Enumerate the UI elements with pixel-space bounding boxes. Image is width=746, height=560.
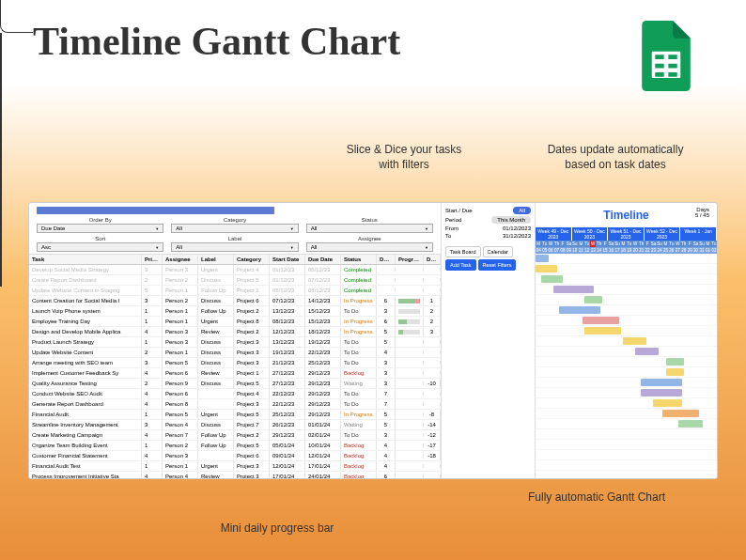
- gantt-bar[interactable]: [662, 410, 699, 417]
- table-row[interactable]: Generate Report Dashboard4Person 8Projec…: [29, 399, 441, 410]
- table-row[interactable]: Product Launch Strategy1Person 3DiscussP…: [29, 337, 441, 348]
- table-row[interactable]: Employee Training Day1Person 1UrgentProj…: [29, 317, 441, 327]
- gantt-row: [536, 367, 717, 378]
- calendar-button[interactable]: Calendar: [483, 246, 513, 257]
- start-due-label: Start / Due: [445, 208, 473, 213]
- table-row[interactable]: Implement Customer Feedback Sy4Person 6R…: [29, 368, 441, 379]
- assignee-dropdown[interactable]: All: [306, 242, 433, 252]
- table-row[interactable]: Design and Develop Mobile Applica4Person…: [29, 327, 441, 337]
- to-label: To: [445, 233, 451, 239]
- gantt-bar[interactable]: [641, 379, 682, 386]
- table-row[interactable]: Conduct Website SEO Audit4Person 6Projec…: [29, 389, 441, 399]
- table-row[interactable]: Financial Audit Test1Person 1UrgentProje…: [29, 461, 441, 472]
- col-label[interactable]: Label: [198, 255, 234, 264]
- from-label: From: [445, 226, 458, 231]
- sort-label: Sort: [37, 236, 163, 241]
- table-row[interactable]: Financial Audit1Person 5UrgentProject 52…: [29, 410, 441, 420]
- week-cell: Week 50 - Dec 2023: [572, 227, 609, 241]
- table-row[interactable]: Update Website Content in Staging5Person…: [29, 286, 441, 296]
- table-row[interactable]: Quality Assurance Testing2Person 9Discus…: [29, 379, 441, 389]
- gantt-row: [536, 336, 717, 347]
- table-row[interactable]: Arrange meeting with SEO team3Person 5Di…: [29, 358, 441, 368]
- gantt-bar[interactable]: [666, 358, 684, 366]
- add-task-button[interactable]: Add Task: [445, 259, 476, 271]
- gantt-chart: [536, 254, 717, 478]
- gantt-row: [536, 357, 717, 367]
- gantt-bar[interactable]: [583, 317, 619, 324]
- col-days[interactable]: Days: [377, 255, 396, 264]
- callout-line: [0, 136, 2, 287]
- gantt-bar[interactable]: [666, 368, 684, 376]
- gantt-bar[interactable]: [641, 389, 682, 397]
- table-row[interactable]: Content Creation for Social Media I3Pers…: [29, 296, 441, 306]
- gantt-bar[interactable]: [584, 327, 621, 334]
- gantt-row: [536, 285, 717, 295]
- col-task[interactable]: Task: [29, 255, 142, 264]
- gantt-row: [536, 264, 717, 274]
- gantt-bar[interactable]: [653, 399, 682, 407]
- col-category[interactable]: Category: [234, 255, 270, 264]
- table-row[interactable]: Develop Social Media Strategy3Person 3Ur…: [29, 265, 441, 275]
- task-board-button[interactable]: Task Board: [445, 246, 481, 257]
- page-title: Timeline Gantt Chart: [33, 19, 400, 64]
- gantt-bar[interactable]: [536, 265, 557, 272]
- gantt-bar[interactable]: [635, 348, 659, 355]
- google-sheets-icon: [638, 21, 694, 91]
- to-value: 31/12/2023: [503, 233, 531, 239]
- table-row[interactable]: Streamline Inventory Management3Person 4…: [29, 420, 441, 430]
- col-progress[interactable]: Progress: [396, 255, 424, 264]
- label-dropdown[interactable]: All: [171, 242, 298, 252]
- start-due-value[interactable]: All: [513, 207, 531, 214]
- day-cell: Tu: [711, 241, 717, 247]
- gantt-row: [536, 295, 717, 305]
- date-header: 0405060708091011121314151617181920212223…: [536, 247, 717, 254]
- gantt-row: [536, 305, 717, 316]
- reset-filters-button[interactable]: Reset Filters: [478, 259, 517, 271]
- gantt-row: [536, 409, 717, 419]
- table-row[interactable]: Launch Voip Phone system1Person 1Follow …: [29, 306, 441, 317]
- col-start[interactable]: Start Date: [270, 255, 305, 264]
- gantt-bar[interactable]: [536, 255, 549, 262]
- gantt-row: [536, 254, 717, 264]
- col-due-in[interactable]: Due: [424, 255, 441, 264]
- table-row[interactable]: Organize Team Building Event1Person 2Fol…: [29, 441, 441, 451]
- week-cell: Week 49 - Dec 2023: [536, 227, 572, 241]
- progress-summary-bar: [37, 207, 274, 214]
- gantt-row: [536, 429, 717, 440]
- col-due[interactable]: Due Date: [305, 255, 341, 264]
- table-row[interactable]: Process Improvement Initiative Sta4Perso…: [29, 472, 441, 478]
- task-table: Task Priority Assignee Label Category St…: [29, 255, 441, 478]
- col-status[interactable]: Status: [341, 255, 377, 264]
- gantt-bar[interactable]: [559, 306, 600, 314]
- days-counter: Days5 / 45: [695, 207, 709, 218]
- gantt-bar[interactable]: [678, 420, 702, 428]
- callout-filters: Slice & Dice your tasks with filters: [338, 143, 470, 172]
- category-dropdown[interactable]: All: [171, 224, 298, 233]
- period-label: Period: [445, 217, 461, 223]
- col-priority[interactable]: Priority: [142, 255, 163, 264]
- table-header: Task Priority Assignee Label Category St…: [29, 255, 441, 265]
- gantt-row: [536, 326, 717, 336]
- gantt-bar[interactable]: [584, 296, 602, 303]
- gantt-row: [536, 440, 717, 450]
- table-row[interactable]: Customer Financial Statement4Person 3Pro…: [29, 451, 441, 461]
- table-row[interactable]: Create Report Dashboard2Person 2DiscussP…: [29, 275, 441, 286]
- col-assignee[interactable]: Assignee: [163, 255, 198, 264]
- callout-line: [0, 85, 2, 136]
- sort-dropdown[interactable]: Asc: [37, 242, 163, 252]
- gantt-row: [536, 388, 717, 398]
- period-value[interactable]: This Month: [491, 216, 531, 224]
- table-row[interactable]: Update Website Content2Person 1DiscussPr…: [29, 348, 441, 358]
- week-cell: Week 52 - Dec 2023: [645, 227, 681, 241]
- gantt-bar[interactable]: [623, 337, 646, 345]
- gantt-bar[interactable]: [541, 275, 563, 283]
- gantt-bar[interactable]: [553, 286, 593, 293]
- callout-line: [0, 33, 2, 85]
- gantt-row: [536, 460, 717, 471]
- status-label: Status: [306, 217, 433, 223]
- table-row[interactable]: Create Marketing Campaign4Person 7Follow…: [29, 430, 441, 441]
- week-cell: Week 51 - Dec 2023: [608, 227, 645, 241]
- gantt-row: [536, 419, 717, 429]
- order-by-dropdown[interactable]: Due Date: [37, 224, 163, 233]
- status-dropdown[interactable]: All: [306, 224, 433, 233]
